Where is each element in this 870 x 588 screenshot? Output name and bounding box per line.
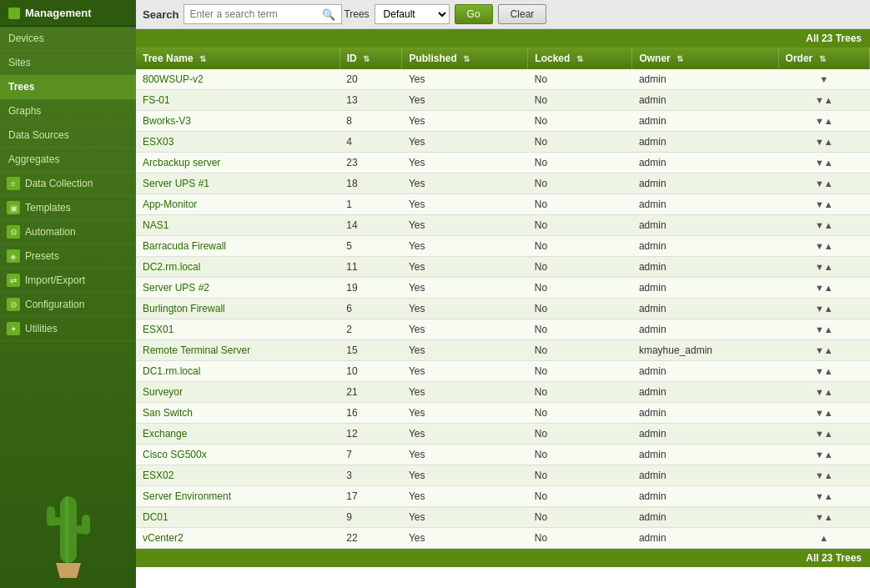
cell-published: Yes: [402, 257, 528, 278]
sidebar-item-automation[interactable]: ⚙ Automation: [0, 220, 136, 244]
cell-tree-name: App-Monitor: [136, 194, 339, 215]
tree-name-link[interactable]: San Switch: [143, 407, 193, 419]
col-published[interactable]: Published ⇅: [402, 48, 528, 69]
sidebar-item-import-export[interactable]: ⇄ Import/Export: [0, 269, 136, 293]
cell-published: Yes: [402, 486, 528, 507]
cell-order: ▼▲: [778, 465, 869, 486]
cell-published: Yes: [402, 194, 528, 215]
sidebar-header: Management: [0, 0, 136, 27]
tree-name-link[interactable]: DC01: [143, 511, 168, 523]
cell-tree-name: Bworks-V3: [136, 111, 339, 132]
cell-locked: No: [528, 173, 632, 194]
tree-name-link[interactable]: ESX02: [143, 470, 173, 481]
tree-name-link[interactable]: NAS1: [143, 219, 168, 231]
cell-order: ▲: [778, 528, 869, 549]
table-row: DC01 9 Yes No admin ▼▲: [136, 507, 870, 528]
cell-published: Yes: [402, 69, 528, 90]
table-row: NAS1 14 Yes No admin ▼▲: [136, 215, 870, 236]
tree-name-link[interactable]: Exchange: [143, 428, 187, 440]
tree-name-link[interactable]: Server Environment: [143, 490, 231, 502]
tree-name-link[interactable]: ESX01: [143, 324, 173, 335]
sidebar-item-sites[interactable]: Sites: [0, 51, 136, 75]
sidebar-item-presets[interactable]: ◈ Presets: [0, 244, 136, 269]
sidebar-item-data-sources[interactable]: Data Sources: [0, 123, 136, 148]
cell-locked: No: [528, 278, 632, 299]
cell-tree-name: vCenter2: [136, 528, 339, 549]
tree-name-link[interactable]: Server UPS #1: [143, 178, 209, 189]
sidebar-item-trees[interactable]: Trees: [0, 75, 136, 99]
cell-order: ▼▲: [778, 445, 869, 465]
cell-id: 10: [339, 361, 402, 382]
trees-table: Tree Name ⇅ ID ⇅ Published ⇅ Locked ⇅ Ow…: [136, 48, 870, 549]
cell-owner: admin: [632, 319, 778, 340]
col-order[interactable]: Order ⇅: [778, 48, 869, 69]
col-id[interactable]: ID ⇅: [339, 48, 402, 69]
cell-published: Yes: [402, 236, 528, 257]
col-tree-name[interactable]: Tree Name ⇅: [136, 48, 339, 69]
toolbar: Search 🔍 Trees Default Go Clear: [136, 0, 870, 29]
cell-owner: admin: [632, 445, 778, 465]
sidebar-item-utilities[interactable]: ✦ Utilities: [0, 317, 136, 341]
col-locked[interactable]: Locked ⇅: [528, 48, 632, 69]
cell-published: Yes: [402, 278, 528, 299]
cell-published: Yes: [402, 111, 528, 132]
search-button[interactable]: 🔍: [322, 8, 335, 21]
cell-order: ▼▲: [778, 424, 869, 445]
cell-published: Yes: [402, 319, 528, 340]
cell-order: ▼▲: [778, 382, 869, 403]
cell-order: ▼▲: [778, 153, 869, 173]
table-row: Exchange 12 Yes No admin ▼▲: [136, 424, 870, 445]
sidebar-item-aggregates[interactable]: Aggregates: [0, 148, 136, 172]
cell-locked: No: [528, 153, 632, 173]
cell-owner: admin: [632, 486, 778, 507]
cell-locked: No: [528, 257, 632, 278]
tree-name-link[interactable]: 800WSUP-v2: [143, 73, 204, 85]
trees-select[interactable]: Default: [375, 4, 450, 24]
tree-name-link[interactable]: FS-01: [143, 94, 170, 106]
sidebar-item-graphs[interactable]: Graphs: [0, 99, 136, 123]
cell-owner: admin: [632, 153, 778, 173]
cell-tree-name: DC01: [136, 507, 339, 528]
sidebar-item-configuration[interactable]: ⚙ Configuration: [0, 293, 136, 317]
tree-name-link[interactable]: DC1.rm.local: [143, 365, 200, 377]
table-row: Surveyor 21 Yes No admin ▼▲: [136, 382, 870, 403]
table-row: ESX01 2 Yes No admin ▼▲: [136, 319, 870, 340]
sidebar-group-label: Templates: [25, 202, 71, 214]
tree-name-link[interactable]: Burlington Firewall: [143, 303, 225, 314]
cell-id: 19: [339, 278, 402, 299]
tree-name-link[interactable]: App-Monitor: [143, 199, 197, 210]
tree-name-link[interactable]: Bworks-V3: [143, 115, 191, 127]
sidebar-item-devices[interactable]: Devices: [0, 27, 136, 51]
sidebar-item-templates[interactable]: ▣ Templates: [0, 196, 136, 220]
cell-id: 18: [339, 173, 402, 194]
sidebar-item-data-collection[interactable]: ≡ Data Collection: [0, 172, 136, 196]
col-owner[interactable]: Owner ⇅: [632, 48, 778, 69]
go-button[interactable]: Go: [455, 4, 493, 24]
search-input[interactable]: [184, 4, 342, 24]
tree-name-link[interactable]: Barracuda Firewall: [143, 240, 226, 252]
cell-locked: No: [528, 194, 632, 215]
cell-tree-name: ESX01: [136, 319, 339, 340]
sidebar: Management Devices Sites Trees Graphs Da…: [0, 0, 136, 588]
tree-name-link[interactable]: Arcbackup server: [143, 157, 220, 168]
cell-locked: No: [528, 424, 632, 445]
tree-name-link[interactable]: Remote Terminal Server: [143, 344, 250, 356]
tree-name-link[interactable]: ESX03: [143, 136, 173, 148]
tree-name-link[interactable]: Cisco SG500x: [143, 449, 207, 460]
cell-published: Yes: [402, 465, 528, 486]
tree-name-link[interactable]: vCenter2: [143, 532, 184, 544]
tree-name-link[interactable]: Server UPS #2: [143, 282, 209, 294]
table-body: 800WSUP-v2 20 Yes No admin ▼ FS-01 13 Ye…: [136, 69, 870, 549]
cell-published: Yes: [402, 507, 528, 528]
cell-id: 14: [339, 215, 402, 236]
cell-id: 1: [339, 194, 402, 215]
clear-button[interactable]: Clear: [498, 4, 547, 24]
tree-name-link[interactable]: DC2.rm.local: [143, 261, 200, 273]
cell-tree-name: NAS1: [136, 215, 339, 236]
trees-label: Trees: [344, 8, 369, 20]
templates-icon: ▣: [7, 201, 20, 214]
cell-order: ▼▲: [778, 132, 869, 153]
table-row: San Switch 16 Yes No admin ▼▲: [136, 403, 870, 424]
cell-owner: kmayhue_admin: [632, 340, 778, 361]
tree-name-link[interactable]: Surveyor: [143, 386, 183, 398]
